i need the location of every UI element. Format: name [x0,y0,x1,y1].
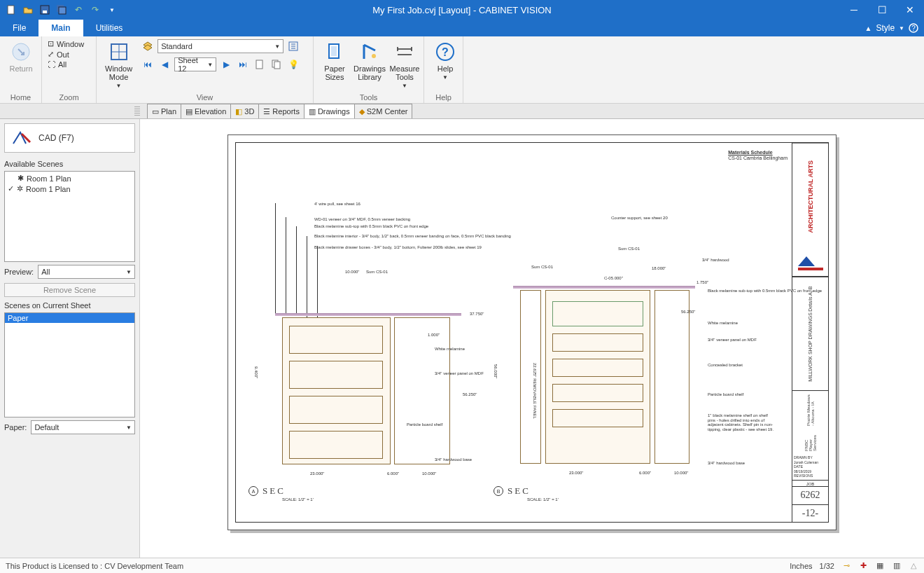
last-sheet-icon[interactable]: ⏭ [236,57,250,71]
elevation-icon: ▤ [186,107,192,116]
chevron-down-icon: ▼ [126,269,132,275]
svg-rect-14 [274,62,280,69]
zoom-out-icon: ⤢ [48,50,54,59]
redo-icon[interactable]: ↷ [90,4,101,15]
drawings-icon: ▥ [309,107,316,116]
save-all-icon[interactable] [56,4,67,15]
list-item[interactable]: ✓✲Room 1 Plan [6,184,133,194]
layer-combo[interactable]: Standard▼ [158,39,284,53]
available-scenes-list[interactable]: ✱Room 1 Plan ✓✲Room 1 Plan [4,171,135,262]
ortho-icon[interactable]: △ [909,561,918,571]
window-mode-button[interactable]: Window Mode ▼ [102,39,135,90]
new-sheet-icon[interactable] [253,57,267,71]
viewtab-s2m[interactable]: ◆S2M Center [354,104,413,118]
help-icon[interactable]: ? [909,23,918,33]
precision-label[interactable]: 1/32 [820,562,834,570]
undo-icon[interactable]: ↶ [73,4,84,15]
snap-endpoint-icon[interactable]: ⊸ [841,561,851,571]
open-icon[interactable] [22,4,34,15]
section-scale-a: SCALE: 1/2" = 1' [282,497,314,502]
tab-utilities[interactable]: Utilities [83,20,136,36]
chevron-down-icon: ▼ [274,43,280,50]
viewtab-reports[interactable]: ☰Reports [258,104,304,118]
chevron-down-icon: ▼ [207,62,213,68]
units-label[interactable]: Inches [790,562,812,570]
ribbon: Return Home ⊡Window ⤢Out ⛶All Zoom Windo… [0,36,924,104]
chevron-down-icon: ▼ [116,83,122,89]
window-mode-icon [108,41,130,63]
snap-cross-icon[interactable]: ✚ [858,561,868,571]
status-bar: This Product is Licensed to : CV Develop… [0,558,924,573]
snap-grid-icon[interactable]: ▦ [875,561,885,571]
cube-icon: ◧ [235,107,242,116]
paper-sizes-button[interactable]: Paper Sizes [319,39,350,83]
close-button[interactable]: ✕ [896,0,924,20]
drawings-library-button[interactable]: Drawings Library [354,39,385,83]
company-name: ARCHITECTURAL ARTS [792,143,828,250]
cad-button[interactable]: CAD (F7) [4,123,135,153]
qat-dropdown-icon[interactable]: ▼ [106,4,118,15]
preview-label: Preview: [4,268,34,276]
preview-combo[interactable]: All▼ [38,265,135,279]
paper-sizes-icon [323,41,346,63]
scenes-on-sheet-list[interactable]: Paper [4,312,135,417]
zoom-all-icon: ⛶ [48,60,55,69]
group-label-zoom: Zoom [48,92,90,102]
viewtab-3d[interactable]: ◧3D [230,104,259,118]
zoom-out[interactable]: ⤢Out [48,50,84,59]
svg-text:?: ? [442,46,449,58]
lightbulb-icon[interactable]: 💡 [286,57,300,71]
sheet-combo[interactable]: Sheet 12▼ [174,57,216,71]
save-icon[interactable] [39,4,50,15]
chevron-down-icon: ▼ [126,424,132,431]
new-icon[interactable] [6,4,17,15]
job-number: 6262 [792,487,828,505]
next-sheet-icon[interactable]: ▶ [219,57,233,71]
paper-label: Paper: [4,423,27,432]
help-button[interactable]: ? Help ▼ [430,39,461,82]
measure-tools-button[interactable]: Measure Tools ▼ [389,39,420,90]
paper-combo[interactable]: Default▼ [31,420,135,434]
style-menu[interactable]: Style [876,23,895,33]
group-label-view: View [102,92,307,102]
title-bar: ↶ ↷ ▼ My First Job.cvj [Layout] - CABINE… [0,0,924,20]
maximize-button[interactable]: ☐ [868,0,896,20]
quick-access-toolbar: ↶ ↷ ▼ [0,4,118,15]
zoom-all[interactable]: ⛶All [48,60,84,69]
section-scale-b: SCALE: 1/2" = 1' [527,497,559,502]
layer-settings-icon[interactable] [286,39,300,53]
first-sheet-icon[interactable]: ⏮ [141,57,155,71]
sidebar: CAD (F7) Available Scenes ✱Room 1 Plan ✓… [0,119,140,558]
reports-icon: ☰ [263,107,270,116]
zoom-window[interactable]: ⊡Window [48,39,84,48]
remove-scene-button[interactable]: Remove Scene [4,283,135,297]
tab-file[interactable]: File [0,20,38,36]
viewtab-plan[interactable]: ▭Plan [147,104,181,118]
copy-sheet-icon[interactable] [270,57,284,71]
svg-rect-20 [798,268,823,270]
viewtab-elevation[interactable]: ▤Elevation [181,104,231,118]
viewtab-drawings[interactable]: ▥Drawings [304,104,355,118]
zoom-window-icon: ⊡ [48,39,54,48]
tab-main[interactable]: Main [38,20,83,36]
prev-sheet-icon[interactable]: ◀ [158,57,172,71]
svg-text:?: ? [911,25,916,32]
style-dropdown-icon[interactable]: ▼ [899,25,904,32]
license-text: This Product is Licensed to : CV Develop… [6,562,183,570]
company-logo [792,250,828,277]
measure-tools-icon [393,41,416,63]
section-bubble-b: B [493,486,503,496]
svg-rect-0 [8,6,14,14]
return-button[interactable]: Return [6,39,36,74]
view-grid-icon[interactable]: ▥ [892,561,902,571]
list-item[interactable]: ✱Room 1 Plan [6,173,133,184]
chevron-down-icon: ▼ [402,83,407,89]
drawings-library-icon [358,41,381,63]
layer-icon[interactable] [141,39,155,53]
return-icon [10,41,32,63]
gripper-icon[interactable] [134,106,140,116]
minimize-button[interactable]: ─ [840,0,868,20]
collapse-ribbon-icon[interactable]: ▲ [864,25,872,32]
drawing-canvas[interactable]: Materials Schedule CS-01 Cambria Belling… [140,119,924,558]
list-item[interactable]: Paper [5,313,134,323]
